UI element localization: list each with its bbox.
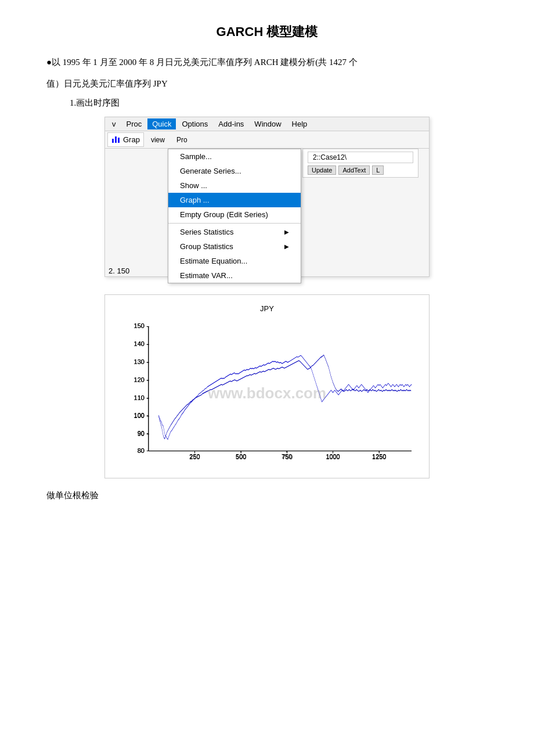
menubar: v Proc Quick Options Add-ins Window Help [105,117,429,131]
svg-text:150: 150 [134,322,145,329]
svg-text:500: 500 [236,453,246,460]
svg-text:80: 80 [138,447,145,454]
jpy-chart-svg: 150 140 130 120 110 100 90 80 250 500 75… [117,318,417,469]
toolbar-row: Grap view Pro [105,131,429,149]
menu-estimate-equation[interactable]: Estimate Equation... [168,254,301,268]
menu-series-statistics[interactable]: Series Statistics ▶ [168,225,301,239]
svg-text:1250: 1250 [372,453,386,460]
menu-item-options[interactable]: Options [177,118,212,129]
menu-item-v[interactable]: v [107,118,121,129]
svg-rect-0 [112,139,114,143]
chart-area: 150 140 130 120 110 100 90 80 [117,318,417,469]
svg-rect-2 [118,138,120,143]
svg-text:250: 250 [189,453,200,460]
menu-screenshot: v Proc Quick Options Add-ins Window Help… [104,117,430,277]
svg-text:120: 120 [134,376,145,383]
menu-group-statistics[interactable]: Group Statistics ▶ [168,239,301,254]
series-statistics-label: Series Statistics [180,228,233,236]
menu-item-window[interactable]: Window [250,118,286,129]
dropdown-menu: Sample... Generate Series... Show ... Gr… [168,149,301,283]
menu-item-quick[interactable]: Quick [147,118,176,129]
menu-estimate-var[interactable]: Estimate VAR... [168,268,301,283]
group-statistics-label: Group Statistics [180,242,233,251]
toolbar-graph-icon[interactable]: Grap [107,132,144,147]
menu-show[interactable]: Show ... [168,178,301,193]
menu-item-proc[interactable]: Proc [122,118,147,129]
toolbar-grap-label: Grap [123,135,140,144]
step2-label: 2. 150 [105,265,133,276]
path-display: 2::Case12\ [308,152,413,163]
update-button[interactable]: Update [308,165,336,175]
svg-rect-1 [115,136,117,143]
svg-text:130: 130 [134,358,145,365]
intro-line2: 值）日元兑美元汇率值序列 JPY [46,76,488,92]
svg-text:750: 750 [282,453,293,460]
menu-graph[interactable]: Graph ... [168,193,301,207]
menu-generate-series[interactable]: Generate Series... [168,164,301,178]
chart-container: JPY 150 140 130 120 110 [104,294,430,478]
l-button[interactable]: L [372,165,384,175]
bar-chart-icon [111,134,121,145]
toolbar-proc-label[interactable]: Pro [172,135,192,145]
svg-text:100: 100 [134,412,145,419]
series-statistics-arrow: ▶ [284,229,289,235]
right-panel: 2::Case12\ Update AddText L [302,149,418,178]
page-title: GARCH 模型建模 [46,23,488,41]
separator1 [168,223,301,224]
group-statistics-arrow: ▶ [284,243,289,250]
section1-label: 1.画出时序图 [70,98,488,109]
dropdown-area: 2::Case12\ Update AddText L Sample... Ge… [105,149,429,276]
svg-text:90: 90 [138,430,145,437]
svg-text:1000: 1000 [326,453,340,460]
footer-note: 做单位根检验 [46,490,488,501]
intro-line1: ●以 1995 年 1 月至 2000 年 8 月日元兑美元汇率值序列 ARCH… [46,55,488,70]
svg-text:110: 110 [134,394,145,401]
menu-item-addins[interactable]: Add-ins [214,118,248,129]
svg-text:140: 140 [134,340,145,347]
menu-sample[interactable]: Sample... [168,149,301,164]
update-bar: Update AddText L [308,165,413,175]
menu-item-help[interactable]: Help [287,118,312,129]
chart-title: JPY [117,304,417,313]
menu-empty-group[interactable]: Empty Group (Edit Series) [168,207,301,222]
addtext-button[interactable]: AddText [338,165,370,175]
toolbar-view-label[interactable]: view [146,135,169,145]
